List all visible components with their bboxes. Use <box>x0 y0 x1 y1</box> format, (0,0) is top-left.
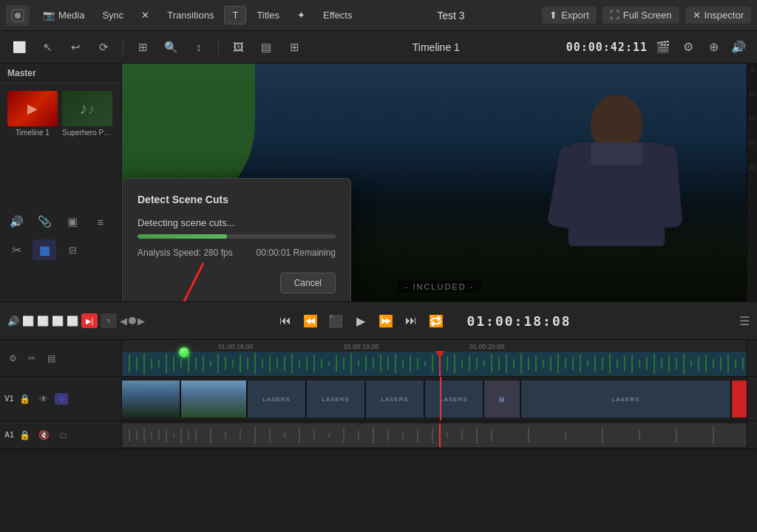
transport-tool1[interactable]: 🔊 <box>7 311 19 330</box>
transport-menu[interactable]: ☰ <box>739 314 750 328</box>
step-back[interactable]: ⏪ <box>299 310 322 331</box>
waveform-svg <box>122 351 747 376</box>
media-item-timeline[interactable]: Timeline 1 <box>7 91 58 137</box>
toolbar-select[interactable]: ↖ <box>35 37 59 58</box>
video-track-controls: V1 🔒 👁 V <box>0 377 122 420</box>
nav-titles[interactable]: Titles <box>249 7 287 24</box>
skip-to-start[interactable]: ⏮ <box>274 310 296 331</box>
clip-seg-2[interactable] <box>181 381 248 417</box>
toolbar-btn-r3[interactable]: ⊕ <box>702 37 724 58</box>
transport-bar: 🔊 ⬜ ⬜ ⬜ ⬜ ▶| ≡ ◀ ▶ ⏮ ⏪ ⬛ ▶ ⏩ ⏭ 🔁 01:0 <box>0 301 757 340</box>
nav-close[interactable]: ✕ <box>134 7 157 24</box>
clip-seg-lasers-2[interactable]: LASERS <box>307 381 366 417</box>
audio-waveform-svg <box>122 423 747 447</box>
a1-ctrl3[interactable]: □ <box>55 428 72 443</box>
clip-seg-lasers-3[interactable]: LASERS <box>366 381 425 417</box>
clip-seg-lasers-4[interactable]: LASERS <box>425 381 484 417</box>
clip-seg-rest[interactable]: LASERS <box>521 381 732 417</box>
transport-tool2[interactable]: ⬜ <box>22 311 34 330</box>
tool-eq[interactable]: ⊟ <box>61 239 84 260</box>
toolbar-cursor[interactable]: ⬜ <box>7 37 31 58</box>
loop-button[interactable]: 🔁 <box>425 310 447 331</box>
clip-seg-lasers-1[interactable]: LASERS <box>248 381 307 417</box>
left-panel: Master Timeline 1 ♪ Superhero Pack Tr...… <box>0 64 122 301</box>
dialog-info-row: Analysis Speed: 280 fps 00:00:01 Remaini… <box>138 248 336 258</box>
clip-label-rest: LASERS <box>612 396 640 403</box>
v1-ctrl3[interactable]: V <box>55 393 68 405</box>
transport-center: ⏮ ⏪ ⬛ ▶ ⏩ ⏭ 🔁 01:00:18:08 <box>129 310 717 331</box>
a1-ctrl1[interactable]: 🔒 <box>17 428 33 443</box>
toolbar-undo[interactable]: ↩ <box>64 37 87 58</box>
nav-transitions[interactable]: Transitions <box>160 7 221 24</box>
tool-scissors[interactable]: ✂ <box>4 239 28 260</box>
nav-effects[interactable]: Effects <box>316 7 360 24</box>
export-button[interactable]: ⬆ Export <box>542 7 597 24</box>
export-icon: ⬆ <box>549 10 557 21</box>
toolbar-btn-r1[interactable]: 🎬 <box>652 37 674 58</box>
toolbar-btn-r4[interactable]: 🔊 <box>727 37 750 58</box>
inspector-button[interactable]: ✕ Inspector <box>685 7 751 24</box>
transport-left: 🔊 ⬜ ⬜ ⬜ ⬜ ▶| ≡ ◀ ▶ <box>7 311 126 330</box>
nav-titles-icon[interactable]: T <box>224 6 246 24</box>
clip-seg-1[interactable] <box>122 381 181 417</box>
analysis-speed-label: Analysis Speed: 280 fps <box>138 248 233 258</box>
fullscreen-button[interactable]: ⛶ Full Screen <box>602 7 679 24</box>
clip-label-1: LASERS <box>262 396 291 403</box>
toolbar-view2[interactable]: ▤ <box>254 37 278 58</box>
waveform-ctrl1[interactable]: ⚙ <box>4 351 21 366</box>
a1-ctrl2[interactable]: 🔇 <box>36 428 52 443</box>
ruler-bg: 01:00:16:00 01:00:18:00 01:00:20:00 <box>122 340 747 352</box>
nav-effects-icon[interactable]: ✦ <box>290 7 313 24</box>
dialog-title: Detect Scene Cuts <box>138 194 336 205</box>
left-panel-tools: 🔊 📎 ▣ ≡ <box>0 207 122 236</box>
marker-opts[interactable]: ≡ <box>101 313 117 328</box>
toolbar-view1[interactable]: 🖼 <box>226 37 250 58</box>
left-panel-tools2: ✂ ▦ ⊟ <box>0 235 122 265</box>
skip-to-end[interactable]: ⏭ <box>400 310 422 331</box>
transport-tool5[interactable]: ⬜ <box>67 311 78 330</box>
nav-media[interactable]: 📷 Media <box>35 7 92 24</box>
track-v1-label: V1 <box>4 395 13 403</box>
sep2 <box>218 40 219 55</box>
tool-fx[interactable]: ▣ <box>61 211 84 232</box>
v1-ctrl1[interactable]: 🔒 <box>16 392 33 406</box>
tool-clip[interactable]: 📎 <box>33 211 56 232</box>
remaining-label: 00:00:01 Remaining <box>257 248 336 258</box>
toolbar-btn-r2[interactable]: ⚙ <box>677 37 699 58</box>
timeline-area: ⚙ ✂ ▤ 01:00:16:00 01:00:18:00 01:00:20:0… <box>0 340 757 532</box>
clip-label-3: LASERS <box>381 396 409 403</box>
audio-track-controls: A1 🔒 🔇 □ <box>0 421 122 449</box>
toolbar-search[interactable]: 🔍 <box>159 37 183 58</box>
media-thumb-timeline <box>7 91 58 126</box>
progress-fill <box>138 234 227 239</box>
media-grid: Timeline 1 ♪ Superhero Pack Tr... <box>0 83 121 144</box>
prev-arrow[interactable]: ◀ <box>120 316 127 327</box>
stop-button[interactable]: ⬛ <box>325 310 347 331</box>
cancel-button[interactable]: Cancel <box>280 273 336 293</box>
step-forward[interactable]: ⏩ <box>375 310 397 331</box>
v1-ctrl2[interactable]: 👁 <box>35 392 52 406</box>
play-button[interactable]: ▶ <box>350 310 372 331</box>
transport-markers: ▶| ≡ <box>81 313 117 328</box>
waveform-ctrl3[interactable]: ▤ <box>43 351 59 366</box>
media-item-audio[interactable]: ♪ Superhero Pack Tr... <box>62 91 112 137</box>
nav-sync[interactable]: Sync <box>95 7 131 24</box>
toolbar-sort[interactable]: ↕ <box>187 37 211 58</box>
toolbar-redo[interactable]: ⟳ <box>92 37 115 58</box>
waveform-ctrl2[interactable]: ✂ <box>24 351 40 366</box>
transport-right: ☰ <box>720 314 750 328</box>
clip-label-2: LASERS <box>322 396 350 403</box>
transport-tool3[interactable]: ⬜ <box>37 311 49 330</box>
tool-more[interactable]: ≡ <box>89 211 112 232</box>
toolbar-view3[interactable]: ⊞ <box>282 37 306 58</box>
clip-seg-selected[interactable]: ▤ <box>484 381 521 417</box>
transport-tool4[interactable]: ⬜ <box>52 311 64 330</box>
toolbar: ⬜ ↖ ↩ ⟳ ⊞ 🔍 ↕ 🖼 ▤ ⊞ Timeline 1 00:00:42:… <box>0 31 757 64</box>
fullscreen-icon: ⛶ <box>610 10 619 21</box>
audio-track-scrollbar <box>747 421 757 449</box>
video-clip-strip: LASERS LASERS LASERS LASERS ▤ LASERS <box>122 381 747 417</box>
toolbar-grid[interactable]: ⊞ <box>131 37 155 58</box>
in-marker[interactable]: ▶| <box>81 313 98 328</box>
tool-trim[interactable]: ▦ <box>33 239 56 260</box>
tool-audio[interactable]: 🔊 <box>4 211 28 232</box>
